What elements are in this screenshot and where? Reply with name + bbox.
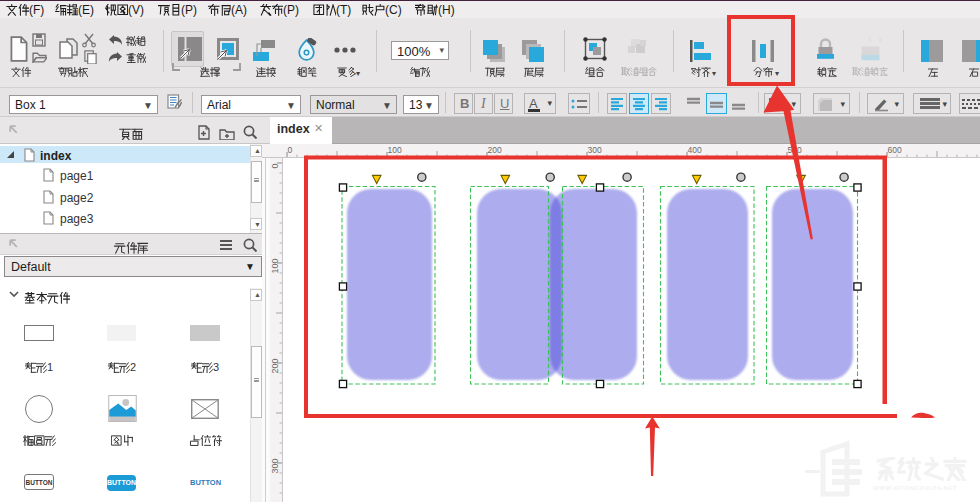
svg-text:400: 400 xyxy=(688,145,702,155)
svg-text:100: 100 xyxy=(270,258,280,273)
svg-text:100: 100 xyxy=(388,145,402,155)
svg-text:500: 500 xyxy=(788,145,802,155)
svg-text:0: 0 xyxy=(288,145,293,155)
svg-text:0: 0 xyxy=(270,163,280,168)
svg-text:300: 300 xyxy=(588,145,602,155)
svg-text:200: 200 xyxy=(270,358,280,373)
svg-text:200: 200 xyxy=(488,145,502,155)
svg-text:600: 600 xyxy=(888,145,902,155)
svg-text:300: 300 xyxy=(270,458,280,473)
